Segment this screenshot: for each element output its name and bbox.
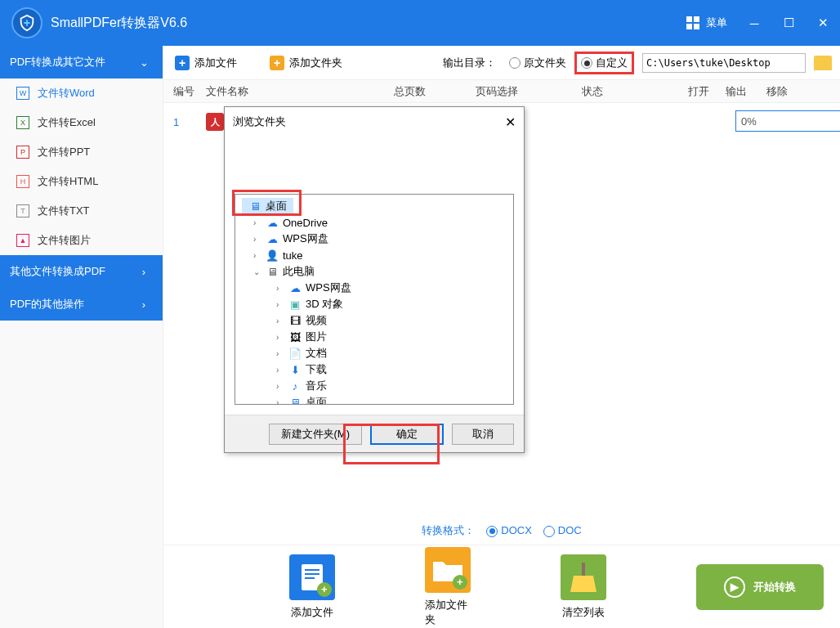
- sidebar-item-image[interactable]: ▲文件转图片: [0, 226, 163, 255]
- image-icon: ▲: [16, 234, 29, 247]
- close-button[interactable]: ✕: [817, 17, 829, 29]
- sidebar-item-ppt[interactable]: P文件转PPT: [0, 137, 163, 167]
- expander-icon[interactable]: ›: [253, 218, 261, 227]
- chevron-right-icon: ›: [138, 298, 150, 311]
- tree-item-docs[interactable]: ›📄文档: [235, 345, 513, 361]
- ok-button[interactable]: 确定: [370, 424, 444, 445]
- word-icon: W: [16, 87, 29, 100]
- expander-icon[interactable]: ›: [276, 333, 284, 342]
- cloud-icon: ☁: [266, 216, 279, 229]
- sidebar-section-convert-from-pdf[interactable]: PDF转换成其它文件 ⌄: [0, 46, 163, 78]
- menu-label: 菜单: [706, 16, 727, 30]
- minimize-button[interactable]: ─: [748, 17, 760, 29]
- tree-item-desktop2[interactable]: ›🖥桌面: [235, 394, 513, 405]
- format-label: 转换格式：: [422, 523, 475, 538]
- sidebar-item-html[interactable]: H文件转HTML: [0, 167, 163, 196]
- browse-folder-icon[interactable]: [814, 56, 832, 70]
- cube-icon: ▣: [288, 298, 302, 311]
- cloud-icon: ☁: [288, 281, 302, 294]
- radio-doc[interactable]: DOC: [543, 524, 582, 537]
- menu-button[interactable]: 菜单: [686, 16, 727, 30]
- tree-item-wps[interactable]: ›☁WPS网盘: [235, 231, 513, 247]
- docs-icon: 📄: [288, 347, 302, 360]
- radio-custom[interactable]: 自定义: [581, 56, 628, 69]
- monitor-icon: 🖥: [248, 200, 261, 213]
- plus-badge-icon: +: [317, 582, 332, 597]
- convert-format-row: 转换格式： DOCX DOC: [163, 520, 840, 541]
- pdf-icon: 人: [206, 113, 224, 131]
- table-header: 编号 文件名称 总页数 页码选择 状态 打开 输出 移除: [163, 80, 840, 103]
- sidebar-item-txt[interactable]: T文件转TXT: [0, 196, 163, 226]
- progress-bar[interactable]: 0% ▶: [735, 110, 840, 132]
- toolbar-add-folder[interactable]: + 添加文件夹: [270, 56, 342, 70]
- dialog-title: 浏览文件夹: [233, 114, 286, 129]
- new-folder-button[interactable]: 新建文件夹(M): [269, 424, 363, 445]
- expander-icon[interactable]: ›: [276, 349, 284, 358]
- expander-icon[interactable]: ›: [276, 316, 284, 325]
- maximize-button[interactable]: ☐: [783, 17, 794, 29]
- bottom-clear-list[interactable]: 清空列表: [561, 554, 606, 620]
- row-num: 1: [173, 116, 206, 128]
- expander-icon[interactable]: ›: [253, 235, 261, 244]
- th-range: 页码选择: [476, 84, 582, 99]
- cloud-icon: ☁: [266, 232, 279, 245]
- dialog-buttons: 新建文件夹(M) 确定 取消: [225, 415, 524, 452]
- tree-item-music[interactable]: ›♪音乐: [235, 378, 513, 394]
- bottom-bar: + 添加文件 + 添加文件夹 清空列表 ▶ 开始转换: [163, 545, 840, 628]
- sidebar: PDF转换成其它文件 ⌄ W文件转Word X文件转Excel P文件转PPT …: [0, 46, 163, 628]
- expander-icon[interactable]: ›: [276, 382, 284, 391]
- pc-icon: 🖥: [266, 265, 279, 278]
- tree-item-3d[interactable]: ›▣3D 对象: [235, 296, 513, 312]
- th-pages: 总页数: [394, 84, 476, 99]
- th-open: 打开: [688, 84, 726, 99]
- sidebar-section-convert-to-pdf[interactable]: 其他文件转换成PDF ›: [0, 255, 163, 288]
- expander-icon[interactable]: ›: [253, 251, 261, 260]
- highlight-custom-radio: 自定义: [574, 52, 634, 74]
- ppt-icon: P: [16, 146, 29, 159]
- titlebar: SmallPDFer转换器V6.6 菜单 ─ ☐ ✕: [0, 0, 840, 46]
- expander-icon[interactable]: ›: [276, 398, 284, 406]
- folder-icon: +: [425, 547, 471, 593]
- expander-icon[interactable]: ›: [276, 300, 284, 309]
- chevron-down-icon: ⌄: [138, 56, 150, 69]
- expander-icon[interactable]: ›: [276, 366, 284, 375]
- svg-rect-3: [305, 577, 315, 579]
- download-icon: ⬇: [288, 363, 302, 376]
- bottom-add-folder[interactable]: + 添加文件夹: [425, 547, 471, 627]
- tree-item-downloads[interactable]: ›⬇下载: [235, 361, 513, 378]
- expander-icon[interactable]: ›: [276, 284, 284, 293]
- th-out: 输出: [726, 84, 766, 99]
- plus-badge-icon: +: [453, 575, 467, 590]
- bottom-add-file-label: 添加文件: [291, 605, 333, 620]
- bottom-add-file[interactable]: + 添加文件: [289, 554, 335, 620]
- toolbar-add-file[interactable]: + 添加文件: [175, 56, 237, 70]
- start-convert-button[interactable]: ▶ 开始转换: [696, 564, 824, 610]
- sidebar-item-excel[interactable]: X文件转Excel: [0, 108, 163, 137]
- dialog-close-icon[interactable]: ✕: [505, 114, 516, 130]
- svg-rect-2: [305, 573, 319, 575]
- txt-icon: T: [16, 204, 29, 218]
- expander-icon[interactable]: ⌄: [253, 267, 261, 276]
- sidebar-item-word[interactable]: W文件转Word: [0, 78, 163, 108]
- tree-item-desktop[interactable]: 🖥桌面: [242, 198, 293, 214]
- radio-original-folder[interactable]: 原文件夹: [509, 56, 566, 70]
- radio-docx[interactable]: DOCX: [486, 524, 532, 537]
- output-radio-group: 原文件夹 自定义: [509, 52, 634, 74]
- output-path-input[interactable]: [642, 53, 806, 73]
- tree-item-video[interactable]: ›🎞视频: [235, 312, 513, 329]
- monitor-icon: 🖥: [288, 396, 302, 405]
- sidebar-section-pdf-other[interactable]: PDF的其他操作 ›: [0, 288, 163, 321]
- tree-item-thispc[interactable]: ⌄🖥此电脑: [235, 263, 513, 280]
- file-icon: +: [289, 554, 335, 600]
- app-title: SmallPDFer转换器V6.6: [51, 15, 686, 32]
- tree-item-pictures[interactable]: ›🖼图片: [235, 329, 513, 345]
- tree-item-wps2[interactable]: ›☁WPS网盘: [235, 280, 513, 296]
- browse-folder-dialog: 浏览文件夹 ✕ 🖥桌面 ›☁OneDrive ›☁WPS网盘 ›👤tuke ⌄🖥…: [224, 106, 525, 453]
- folder-tree[interactable]: 🖥桌面 ›☁OneDrive ›☁WPS网盘 ›👤tuke ⌄🖥此电脑 ›☁WP…: [235, 194, 514, 405]
- tree-item-user[interactable]: ›👤tuke: [235, 247, 513, 263]
- tree-item-onedrive[interactable]: ›☁OneDrive: [235, 214, 513, 231]
- cancel-button[interactable]: 取消: [452, 424, 514, 445]
- toolbar-add-folder-label: 添加文件夹: [289, 56, 342, 70]
- music-icon: ♪: [288, 379, 302, 392]
- play-icon: ▶: [724, 576, 745, 598]
